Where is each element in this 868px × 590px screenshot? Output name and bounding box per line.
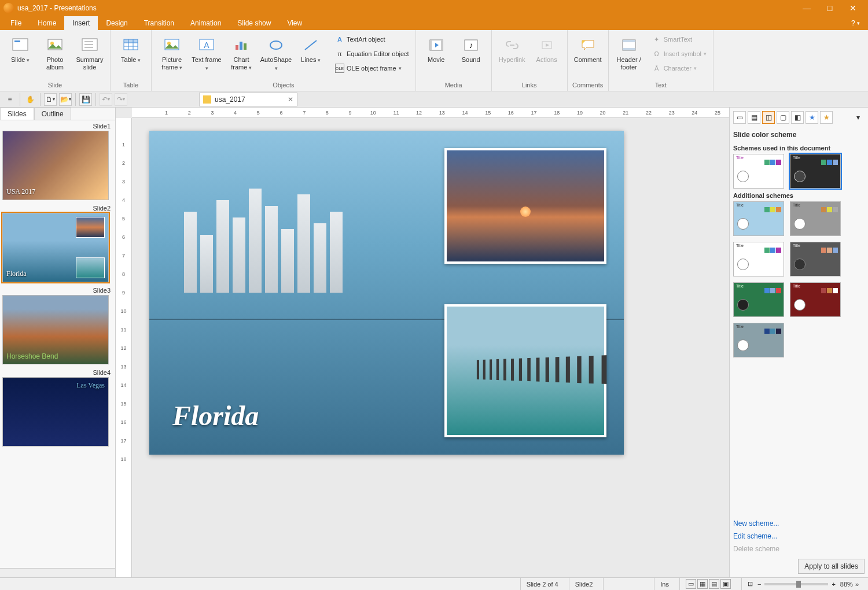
view-mode-3-icon[interactable]: ▤ [709, 579, 719, 589]
menu-slideshow[interactable]: Slide show [229, 16, 279, 30]
help-button[interactable]: ? ▾ [845, 16, 866, 30]
horizontal-ruler[interactable]: 1234567891011121314151617181920212223242… [132, 108, 729, 118]
apply-to-all-button[interactable]: Apply to all slides [798, 559, 865, 574]
menu-home[interactable]: Home [30, 16, 64, 30]
autoshape-button[interactable]: AutoShape [259, 32, 293, 78]
comment-button[interactable]: Comment [571, 32, 605, 78]
svg-text:A: A [204, 40, 209, 50]
summary-slide-button[interactable]: Summary slide [73, 32, 106, 78]
scheme-light[interactable]: Title [733, 154, 784, 189]
app-icon [3, 3, 14, 13]
rp-view-1[interactable]: ▭ [733, 111, 746, 124]
chart-frame-button[interactable]: Chart frame [225, 32, 258, 78]
zoom-in-button[interactable]: + [832, 581, 835, 588]
slide-panel-scrollbar[interactable] [0, 568, 115, 577]
slide-thumb-2[interactable]: Slide2 Florida [2, 205, 113, 282]
tab-slides[interactable]: Slides [0, 108, 34, 120]
view-mode-1-icon[interactable]: ▭ [686, 579, 696, 589]
document-icon [203, 95, 211, 104]
menu-transition[interactable]: Transition [136, 16, 182, 30]
scheme-dark[interactable]: Title [790, 154, 841, 189]
group-table-label: Table [114, 80, 148, 91]
textart-button[interactable]: ATextArt object [332, 32, 412, 46]
symbol-icon: Ω [652, 49, 661, 58]
slide-button[interactable]: Slide [3, 32, 37, 78]
rp-view-7[interactable]: ★ [820, 111, 833, 124]
zoom-slider[interactable] [764, 583, 828, 585]
slide-thumb-3[interactable]: Slide3 Horseshoe Bend [2, 287, 113, 364]
slide-icon [11, 36, 30, 54]
document-close-icon[interactable]: ✕ [288, 95, 293, 104]
qa-save-button[interactable]: 💾 [79, 93, 92, 106]
view-mode-2-icon[interactable]: ▦ [697, 579, 708, 589]
text-frame-icon: A [197, 36, 216, 54]
group-objects-label: Objects [155, 80, 412, 91]
qa-open-button[interactable]: 📂▾ [59, 93, 72, 106]
zoom-out-button[interactable]: − [757, 581, 761, 588]
view-mode-4-icon[interactable]: ▣ [720, 579, 731, 589]
svg-rect-34 [623, 48, 635, 50]
maximize-button[interactable]: □ [818, 0, 841, 16]
document-tab[interactable]: usa_2017 ✕ [199, 93, 297, 106]
svg-rect-33 [623, 40, 635, 42]
scheme-blue[interactable]: Title [733, 201, 784, 236]
sound-button[interactable]: ♪Sound [454, 32, 488, 78]
svg-text:♪: ♪ [469, 40, 473, 50]
table-button[interactable]: Table [114, 32, 148, 78]
lines-button[interactable]: Lines [294, 32, 328, 78]
text-frame-button[interactable]: AText frame [190, 32, 223, 78]
qa-hand-icon[interactable]: ✋ [24, 93, 36, 106]
qa-menu-icon[interactable]: ≡ [3, 93, 16, 106]
inset-photo-bridge[interactable] [444, 304, 606, 437]
rp-view-2[interactable]: ▤ [748, 111, 760, 124]
menu-file[interactable]: File [2, 16, 30, 30]
slide-thumb-1[interactable]: Slide1 USA 2017 [2, 123, 113, 200]
movie-icon [427, 36, 446, 54]
scheme-green[interactable]: Title [733, 282, 784, 317]
scheme-darkgray[interactable]: Title [790, 242, 841, 276]
inset-photo-sunset[interactable] [444, 148, 606, 264]
smarttext-icon: ✦ [652, 35, 661, 44]
equation-button[interactable]: πEquation Editor object [332, 47, 412, 61]
zoom-more-icon[interactable]: » [855, 581, 859, 588]
minimize-button[interactable]: — [795, 0, 818, 16]
slide-thumb-4[interactable]: Slide4 Las Vegas [2, 369, 113, 447]
slide-title[interactable]: Florida [172, 400, 259, 432]
actions-icon [538, 36, 556, 54]
rp-menu-icon[interactable]: ▾ [852, 111, 865, 124]
ole-button[interactable]: OLEOLE object frame ▾ [332, 61, 412, 75]
scheme-slate[interactable]: Title [733, 323, 784, 357]
rp-view-4[interactable]: ▢ [777, 111, 789, 124]
rp-view-schemes[interactable]: ◫ [762, 111, 775, 124]
scheme-white[interactable]: Title [733, 242, 784, 276]
qa-new-button[interactable]: 🗋▾ [44, 93, 57, 106]
new-scheme-link[interactable]: New scheme... [733, 517, 865, 530]
svg-rect-29 [542, 42, 551, 49]
autoshape-icon [267, 36, 285, 54]
menu-design[interactable]: Design [98, 16, 135, 30]
status-ins: Ins [654, 578, 675, 590]
hyperlink-button: Hyperlink [495, 32, 529, 78]
zoom-fit-icon[interactable]: ⊡ [748, 580, 753, 588]
picture-frame-button[interactable]: Picture frame [155, 32, 189, 78]
svg-marker-30 [546, 43, 549, 47]
smarttext-button: ✦SmartText [649, 32, 709, 46]
menu-bar: File Home Insert Design Transition Anima… [0, 16, 868, 30]
vertical-ruler[interactable]: 123456789101112131415161718 [116, 118, 132, 577]
slide-canvas[interactable]: Florida [144, 125, 723, 571]
header-footer-button[interactable]: Header / footer [612, 32, 646, 78]
slide-content[interactable]: Florida [149, 131, 624, 455]
menu-insert[interactable]: Insert [64, 16, 98, 30]
scheme-gray[interactable]: Title [790, 201, 841, 236]
photo-album-button[interactable]: Photo album [38, 32, 72, 78]
scheme-red[interactable]: Title [790, 282, 841, 317]
movie-button[interactable]: Movie [420, 32, 453, 78]
window-title: usa_2017 - Presentations [17, 4, 97, 12]
rp-view-5[interactable]: ◧ [791, 111, 804, 124]
menu-animation[interactable]: Animation [182, 16, 229, 30]
close-button[interactable]: ✕ [841, 0, 865, 16]
edit-scheme-link[interactable]: Edit scheme... [733, 530, 865, 543]
tab-outline[interactable]: Outline [34, 108, 71, 120]
menu-view[interactable]: View [279, 16, 310, 30]
rp-view-6[interactable]: ★ [806, 111, 818, 124]
